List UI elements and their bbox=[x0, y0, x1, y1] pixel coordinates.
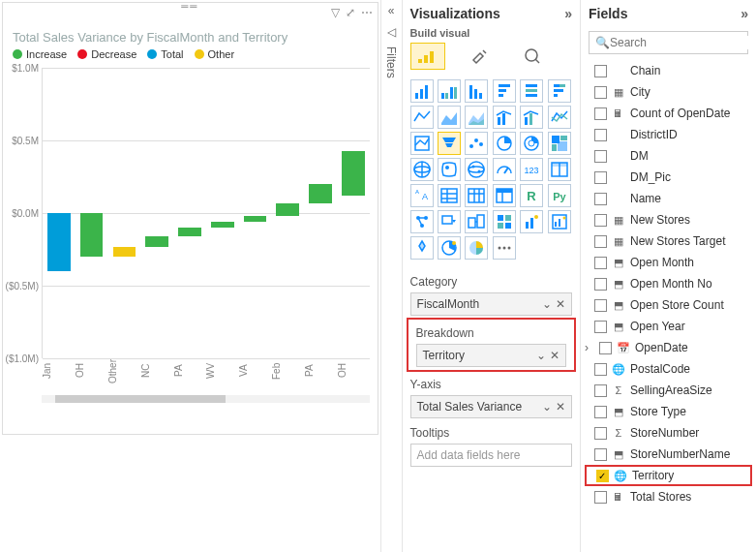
field-store-type[interactable]: ⬒Store Type bbox=[585, 401, 752, 422]
bar[interactable] bbox=[145, 236, 168, 247]
tooltips-well[interactable]: Add data fields here bbox=[410, 444, 572, 467]
field-territory[interactable]: 🌐Territory bbox=[585, 465, 752, 486]
viz-type-38[interactable] bbox=[465, 236, 488, 260]
field-new-stores-target[interactable]: ▦New Stores Target bbox=[585, 230, 752, 252]
fields-search[interactable]: 🔍 bbox=[589, 31, 748, 54]
field-checkbox[interactable] bbox=[594, 235, 607, 248]
chevron-down-icon[interactable]: ⌄ bbox=[542, 297, 552, 311]
viz-type-6[interactable] bbox=[410, 106, 434, 129]
filters-icon[interactable]: ◁ bbox=[387, 25, 396, 39]
viz-type-9[interactable] bbox=[493, 106, 516, 129]
field-chain[interactable]: Chain bbox=[585, 60, 752, 81]
viz-type-23[interactable] bbox=[548, 158, 571, 181]
scroll-thumb[interactable] bbox=[55, 395, 226, 403]
legend-item[interactable]: Total bbox=[147, 48, 183, 60]
viz-type-28[interactable]: R bbox=[520, 184, 543, 207]
viz-type-30[interactable] bbox=[410, 210, 434, 233]
viz-type-29[interactable]: Py bbox=[548, 184, 571, 207]
viz-type-5[interactable] bbox=[548, 79, 571, 103]
field-checkbox[interactable] bbox=[594, 278, 607, 291]
report-canvas[interactable]: ══ ▽ ⤢ ⋯ Total Sales Variance by FiscalM… bbox=[2, 2, 378, 435]
remove-icon[interactable]: ✕ bbox=[556, 297, 565, 311]
legend-item[interactable]: Increase bbox=[13, 48, 67, 60]
viz-type-21[interactable] bbox=[493, 158, 516, 181]
field-districtid[interactable]: DistrictID bbox=[585, 124, 752, 145]
field-checkbox[interactable] bbox=[594, 171, 607, 184]
collapse-viz-icon[interactable]: » bbox=[564, 6, 572, 21]
viz-type-0[interactable] bbox=[410, 79, 434, 103]
viz-type-35[interactable] bbox=[548, 210, 571, 233]
category-well[interactable]: FiscalMonth ⌄✕ bbox=[410, 292, 572, 316]
more-icon[interactable]: ⋯ bbox=[361, 6, 373, 19]
viz-type-18[interactable] bbox=[410, 158, 434, 181]
viz-type-11[interactable] bbox=[548, 106, 571, 129]
bar[interactable] bbox=[276, 203, 299, 217]
field-checkbox[interactable] bbox=[594, 257, 607, 269]
viz-type-34[interactable] bbox=[520, 210, 543, 233]
field-checkbox[interactable] bbox=[594, 448, 607, 461]
viz-type-7[interactable] bbox=[438, 106, 461, 129]
viz-type-14[interactable] bbox=[465, 132, 488, 155]
field-dm[interactable]: DM bbox=[585, 145, 752, 167]
viz-type-12[interactable] bbox=[410, 132, 434, 155]
filter-icon[interactable]: ▽ bbox=[331, 6, 340, 19]
field-checkbox[interactable] bbox=[594, 363, 607, 376]
field-dm_pic[interactable]: DM_Pic bbox=[585, 167, 752, 188]
viz-type-4[interactable] bbox=[520, 79, 543, 103]
viz-type-36[interactable] bbox=[410, 236, 434, 260]
collapse-fields-icon[interactable]: » bbox=[741, 6, 748, 21]
field-checkbox[interactable] bbox=[594, 427, 607, 440]
chart-plot[interactable]: $1.0M$0.5M$0.0M($0.5M)($1.0M) bbox=[42, 68, 370, 358]
field-total-stores[interactable]: 🖩Total Stores bbox=[585, 486, 752, 507]
field-checkbox[interactable] bbox=[594, 193, 607, 205]
field-checkbox[interactable] bbox=[594, 321, 607, 333]
focus-icon[interactable]: ⤢ bbox=[346, 6, 355, 19]
field-storenumber[interactable]: ΣStoreNumber bbox=[585, 422, 752, 444]
field-opendate[interactable]: 📅OpenDate bbox=[585, 337, 752, 358]
viz-type-17[interactable] bbox=[548, 132, 571, 155]
expand-filters-icon[interactable]: « bbox=[388, 4, 395, 17]
legend-item[interactable]: Decrease bbox=[77, 48, 136, 60]
bar[interactable] bbox=[211, 222, 234, 228]
bar[interactable] bbox=[47, 213, 71, 271]
field-checkbox[interactable] bbox=[599, 342, 612, 354]
field-checkbox[interactable] bbox=[594, 214, 607, 227]
tab-format[interactable] bbox=[463, 43, 498, 70]
field-checkbox[interactable] bbox=[594, 406, 607, 418]
remove-icon[interactable]: ✕ bbox=[556, 400, 565, 414]
viz-type-39[interactable] bbox=[493, 236, 516, 260]
field-storenumbername[interactable]: ⬒StoreNumberName bbox=[585, 444, 752, 465]
viz-type-24[interactable]: AA bbox=[410, 184, 434, 207]
field-new-stores[interactable]: ▦New Stores bbox=[585, 209, 752, 230]
field-checkbox[interactable] bbox=[594, 86, 607, 99]
viz-type-1[interactable] bbox=[438, 79, 461, 103]
field-name[interactable]: Name bbox=[585, 188, 752, 209]
drag-handle[interactable]: ══ bbox=[181, 1, 198, 12]
bar[interactable] bbox=[113, 247, 136, 258]
viz-type-32[interactable] bbox=[465, 210, 488, 233]
field-open-store-count[interactable]: ⬒Open Store Count bbox=[585, 294, 752, 316]
viz-type-33[interactable] bbox=[493, 210, 516, 233]
viz-type-31[interactable] bbox=[438, 210, 461, 233]
field-checkbox[interactable] bbox=[594, 65, 607, 77]
chevron-down-icon[interactable]: ⌄ bbox=[542, 400, 552, 414]
viz-type-16[interactable] bbox=[520, 132, 543, 155]
viz-type-10[interactable] bbox=[520, 106, 543, 129]
viz-type-26[interactable] bbox=[465, 184, 488, 207]
viz-type-37[interactable] bbox=[438, 236, 461, 260]
field-count-of-opendate[interactable]: 🖩Count of OpenDate bbox=[585, 103, 752, 124]
field-checkbox[interactable] bbox=[594, 491, 607, 504]
legend-item[interactable]: Other bbox=[195, 48, 235, 60]
field-open-month[interactable]: ⬒Open Month bbox=[585, 252, 752, 273]
yaxis-well[interactable]: Total Sales Variance ⌄✕ bbox=[410, 395, 572, 418]
field-checkbox[interactable] bbox=[594, 299, 607, 312]
field-open-year[interactable]: ⬒Open Year bbox=[585, 316, 752, 337]
bar[interactable] bbox=[178, 228, 201, 236]
field-checkbox[interactable] bbox=[594, 129, 607, 141]
search-input[interactable] bbox=[610, 36, 755, 49]
viz-type-20[interactable] bbox=[465, 158, 488, 181]
tab-analytics[interactable] bbox=[515, 43, 550, 70]
breakdown-well[interactable]: Territory ⌄✕ bbox=[416, 344, 566, 367]
remove-icon[interactable]: ✕ bbox=[550, 349, 559, 362]
viz-type-15[interactable] bbox=[493, 132, 516, 155]
